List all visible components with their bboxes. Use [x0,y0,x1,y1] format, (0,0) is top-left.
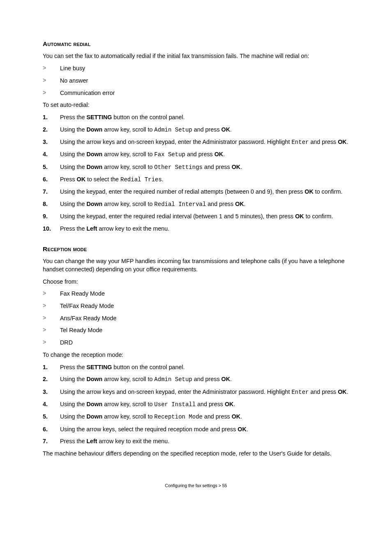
list-item: >DRD [43,339,349,347]
step-item: 6.Using the arrow keys, select the requi… [43,426,349,434]
list-item-text: Ans/Fax Ready Mode [60,314,349,323]
document-page: Automatic redial You can set the fax to … [0,0,392,513]
step-text: Using the arrow keys, select the require… [60,426,349,434]
intro-paragraph: You can change the way your MFP handles … [43,257,349,273]
step-text: Press OK to select the Redial Tries. [60,176,349,184]
step-number: 5. [43,163,60,171]
step-text: Using the keypad, enter the required num… [60,188,349,196]
step-number: 2. [43,126,60,134]
step-number: 4. [43,400,60,409]
step-number: 8. [43,200,60,208]
step-number: 1. [43,363,60,372]
list-item: >Fax Ready Mode [43,290,349,298]
step-item: 8.Using the Down arrow key, scroll to Re… [43,200,349,208]
step-number: 3. [43,388,60,396]
steps-list-1: 1.Press the SETTING button on the contro… [43,113,349,233]
step-text: Using the Down arrow key, scroll to Redi… [60,200,349,208]
lead-text: To set auto-redial: [43,101,349,109]
chevron-icon: > [43,326,60,333]
lead-text: To change the reception mode: [43,351,349,359]
step-number: 6. [43,176,60,184]
steps-list-2: 1.Press the SETTING button on the contro… [43,363,349,446]
step-item: 1.Press the SETTING button on the contro… [43,363,349,372]
step-text: Press the Left arrow key to exit the men… [60,225,349,233]
list-item-text: Tel Ready Mode [60,326,349,335]
chevron-icon: > [43,65,60,72]
outro-paragraph: The machine behaviour differs depending … [43,450,349,458]
step-text: Using the Down arrow key, scroll to Admi… [60,375,349,384]
step-number: 5. [43,413,60,421]
step-item: 5.Using the Down arrow key, scroll to Re… [43,413,349,421]
step-text: Using the Down arrow key, scroll to Admi… [60,126,349,134]
step-number: 1. [43,113,60,122]
step-number: 10. [43,225,60,233]
step-item: 2.Using the Down arrow key, scroll to Ad… [43,375,349,384]
step-number: 6. [43,426,60,434]
heading-automatic-redial: Automatic redial [43,39,349,48]
step-number: 7. [43,437,60,446]
list-item-text: No answer [60,77,349,85]
step-item: 6.Press OK to select the Redial Tries. [43,176,349,184]
step-text: Using the Down arrow key, scroll to Othe… [60,163,349,171]
step-number: 7. [43,188,60,196]
step-text: Using the arrow keys and on-screen keypa… [60,138,349,146]
heading-reception-mode: Reception mode [43,245,349,253]
lead-text: Choose from: [43,278,349,286]
step-item: 2.Using the Down arrow key, scroll to Ad… [43,126,349,134]
list-item-text: Fax Ready Mode [60,290,349,298]
step-item: 3.Using the arrow keys and on-screen key… [43,388,349,396]
step-item: 3.Using the arrow keys and on-screen key… [43,138,349,146]
step-text: Press the SETTING button on the control … [60,363,349,372]
list-item-text: Tel/Fax Ready Mode [60,302,349,310]
chevron-icon: > [43,314,60,321]
chevron-icon: > [43,302,60,309]
step-item: 10.Press the Left arrow key to exit the … [43,225,349,233]
list-item: > No answer [43,77,349,85]
step-item: 4.Using the Down arrow key, scroll to Us… [43,400,349,409]
step-item: 1.Press the SETTING button on the contro… [43,113,349,122]
list-item: >Tel/Fax Ready Mode [43,302,349,310]
step-item: 7.Using the keypad, enter the required n… [43,188,349,196]
page-footer: Configuring the fax settings > 55 [43,483,349,488]
reception-modes-list: >Fax Ready Mode >Tel/Fax Ready Mode >Ans… [43,290,349,347]
list-item: >Ans/Fax Ready Mode [43,314,349,323]
step-item: 5.Using the Down arrow key, scroll to Ot… [43,163,349,171]
list-item-text: DRD [60,339,349,347]
chevron-icon: > [43,89,60,96]
list-item: > Communication error [43,89,349,97]
step-number: 4. [43,150,60,159]
chevron-icon: > [43,290,60,297]
step-item: 9.Using the keypad, enter the required r… [43,213,349,221]
chevron-icon: > [43,339,60,346]
step-text: Using the arrow keys and on-screen keypa… [60,388,349,396]
step-item: 4.Using the Down arrow key, scroll to Fa… [43,150,349,159]
step-text: Using the keypad, enter the required red… [60,213,349,221]
step-number: 3. [43,138,60,146]
intro-paragraph: You can set the fax to automatically red… [43,52,349,60]
step-number: 9. [43,213,60,221]
step-number: 2. [43,375,60,384]
redial-conditions-list: > Line busy > No answer > Communication … [43,65,349,97]
chevron-icon: > [43,77,60,84]
list-item-text: Line busy [60,65,349,73]
step-text: Using the Down arrow key, scroll to Fax … [60,150,349,159]
step-text: Press the SETTING button on the control … [60,113,349,122]
step-text: Using the Down arrow key, scroll to User… [60,400,349,409]
step-text: Press the Left arrow key to exit the men… [60,437,349,446]
step-item: 7.Press the Left arrow key to exit the m… [43,437,349,446]
list-item: >Tel Ready Mode [43,326,349,335]
list-item-text: Communication error [60,89,349,97]
list-item: > Line busy [43,65,349,73]
step-text: Using the Down arrow key, scroll to Rece… [60,413,349,421]
